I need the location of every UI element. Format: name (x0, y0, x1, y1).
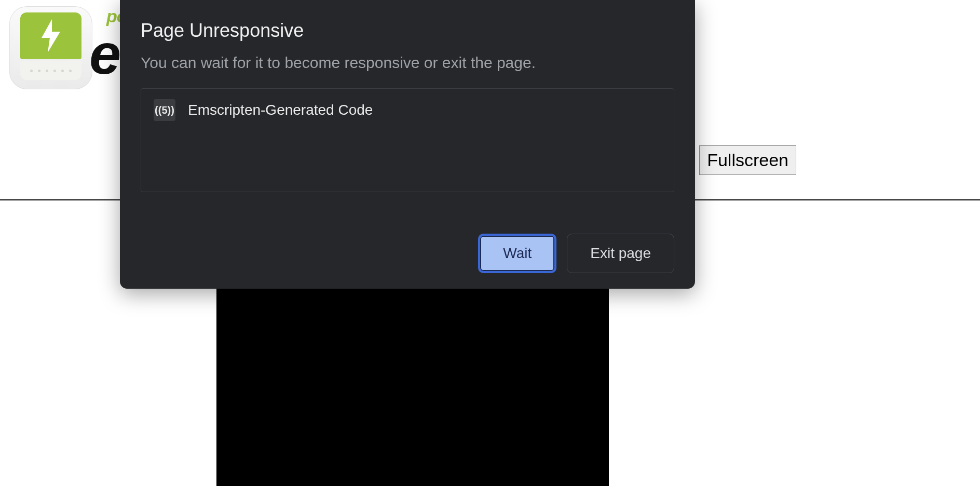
dialog-button-row: Wait Exit page (141, 213, 674, 273)
dialog-title: Page Unresponsive (141, 20, 674, 42)
unresponsive-page-name: Emscripten-Generated Code (188, 102, 373, 118)
fullscreen-button[interactable]: Fullscreen (699, 145, 796, 175)
emscripten-logo (9, 6, 92, 89)
exit-page-button[interactable]: Exit page (567, 234, 674, 273)
svg-marker-0 (42, 19, 60, 52)
logo-bottom-panel (20, 61, 81, 80)
unresponsive-page-list: ((5)) Emscripten-Generated Code (141, 88, 674, 192)
wordmark-emscripten: e (89, 21, 118, 87)
lightning-bolt-icon (38, 19, 63, 52)
page-unresponsive-dialog: Page Unresponsive You can wait for it to… (120, 0, 695, 289)
logo-top-panel (20, 12, 81, 59)
page-root: po e Fullscreen Page Unresponsive You ca… (0, 0, 980, 486)
unresponsive-page-item[interactable]: ((5)) Emscripten-Generated Code (154, 99, 661, 121)
dialog-subtitle: You can wait for it to become responsive… (141, 54, 674, 72)
wait-button[interactable]: Wait (478, 234, 556, 273)
broadcast-icon: ((5)) (154, 99, 175, 121)
